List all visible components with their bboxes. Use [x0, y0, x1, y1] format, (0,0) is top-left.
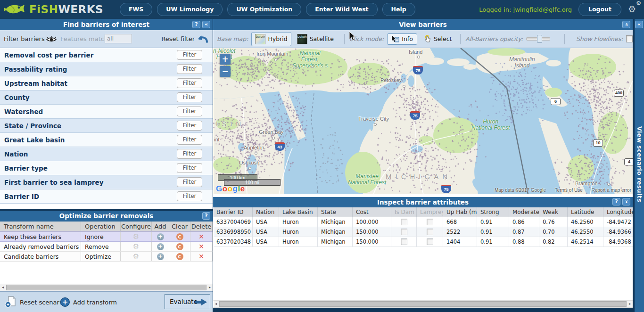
chevron-up-icon: «: [623, 23, 629, 26]
checkbox-is-dam[interactable]: [401, 219, 407, 225]
inspect-column-barrier-id[interactable]: Barrier ID: [213, 207, 253, 217]
features-matched-input[interactable]: [105, 34, 132, 43]
nav-button-uw-limnology[interactable]: UW Limnology: [157, 3, 223, 16]
checkbox-is-dam[interactable]: [401, 238, 407, 245]
nav-button-help[interactable]: Help: [382, 3, 415, 16]
scrollbar-thumb[interactable]: [219, 301, 627, 307]
terms-of-use-link[interactable]: Terms of Use: [555, 188, 583, 193]
click-mode-info-button[interactable]: Info: [387, 33, 417, 45]
add-icon[interactable]: +: [157, 243, 164, 250]
configure-cell: ⚙: [121, 252, 152, 261]
filter-button-upstream-habitat[interactable]: Filter: [177, 78, 202, 88]
add-transform-icon[interactable]: +: [60, 297, 70, 307]
inspect-hscrollbar[interactable]: ◂ ▸: [213, 300, 633, 308]
report-error-link[interactable]: Report a map error: [592, 188, 631, 193]
click-mode-select-button[interactable]: Select: [420, 33, 456, 45]
filter-button-barrier-id[interactable]: Filter: [177, 191, 202, 201]
filter-button-state-province[interactable]: Filter: [177, 121, 202, 131]
evaluate-button[interactable]: Evaluate: [165, 294, 210, 309]
scroll-right-icon[interactable]: ▸: [207, 284, 213, 291]
filter-button-county[interactable]: Filter: [177, 92, 202, 102]
clear-icon[interactable]: C: [176, 233, 183, 240]
inspect-column-cost[interactable]: Cost: [353, 207, 391, 217]
find-collapse-button[interactable]: «: [202, 21, 210, 28]
optimize-hscrollbar[interactable]: ◂ ▸: [0, 284, 213, 291]
checkbox-lamprey[interactable]: [427, 238, 433, 245]
inspect-column-state[interactable]: State: [318, 207, 353, 217]
inspect-column-lamprey[interactable]: Lamprey: [417, 207, 443, 217]
add-transform-button[interactable]: Add transform: [73, 299, 117, 306]
filter-button-great-lake-basin[interactable]: Filter: [177, 135, 202, 145]
inspect-column-up-hab-m[interactable]: Up Hab (m): [443, 207, 477, 217]
eye-icon[interactable]: [46, 36, 57, 43]
opacity-slider[interactable]: [526, 37, 550, 41]
show-flowlines-checkbox[interactable]: [626, 35, 633, 42]
gear-icon[interactable]: ⚙: [133, 233, 139, 240]
filter-button-first-barrier-to-sea-lamprey[interactable]: Filter: [177, 177, 202, 187]
results-collapse-button[interactable]: «: [635, 21, 643, 28]
transform-row-already-removed-barriers[interactable]: Already removed barriersRemove⚙+C✕: [0, 242, 213, 252]
filter-label: Passability rating: [4, 66, 67, 73]
barrier-row-6337020348[interactable]: 6337020348USAHuronMichigan150,00014040.9…: [213, 237, 633, 247]
optimize-table: Transform nameOperationConfigureAddClear…: [0, 222, 213, 262]
view-scenario-results-strip[interactable]: « View scenario results: [635, 19, 644, 312]
optimize-help-button[interactable]: ?: [202, 212, 210, 220]
inspect-column-weak[interactable]: Weak: [539, 207, 568, 217]
map-toolbar: Base map: Duluth Hybrid Duluth Satellite…: [213, 30, 633, 48]
filter-button-removal-cost-per-barrier[interactable]: Filter: [177, 50, 202, 60]
checkbox-is-dam[interactable]: [401, 229, 407, 235]
settings-gear-icon[interactable]: ⚙⚙: [627, 3, 640, 16]
inspect-column-latitude[interactable]: Latitude: [568, 207, 603, 217]
find-help-button[interactable]: ?: [192, 21, 200, 28]
filter-button-watershed[interactable]: Filter: [177, 107, 202, 116]
checkbox-lamprey[interactable]: [427, 219, 433, 225]
basemap-hybrid-button[interactable]: Duluth Hybrid: [251, 32, 291, 46]
inspect-column-nation[interactable]: Nation: [253, 207, 279, 217]
add-icon[interactable]: +: [157, 233, 164, 240]
gear-icon[interactable]: ⚙: [133, 253, 139, 260]
filter-button-passability-rating[interactable]: Filter: [177, 64, 202, 74]
scroll-left-icon[interactable]: ◂: [213, 301, 219, 307]
scroll-left-icon[interactable]: ◂: [0, 284, 6, 291]
map-zoom-in-button[interactable]: +: [220, 54, 231, 65]
reset-scenario-icon[interactable]: [5, 296, 17, 308]
clear-icon[interactable]: C: [176, 253, 183, 260]
logout-button[interactable]: Logout: [578, 3, 621, 16]
filter-row-first-barrier-to-sea-lamprey: First barrier to sea lampreyFilter: [0, 175, 213, 189]
delete-icon[interactable]: ✕: [198, 253, 204, 260]
delete-icon[interactable]: ✕: [198, 243, 204, 250]
nav-button-fws[interactable]: FWS: [120, 3, 152, 16]
inspect-column-strong[interactable]: Strong: [477, 207, 509, 217]
select-label: Select: [434, 35, 452, 42]
view-collapse-up-button[interactable]: «: [622, 21, 630, 28]
reset-filter-label[interactable]: Reset filter: [161, 35, 195, 42]
transform-row-candidate-barriers[interactable]: Candidate barriersOptimize⚙+C✕: [0, 252, 213, 262]
undo-arrow-icon[interactable]: [197, 33, 209, 45]
reset-scenario-button[interactable]: Reset scenario: [20, 299, 65, 306]
inspect-collapse-down-button[interactable]: «: [622, 198, 630, 205]
nav-button-enter-wild-west[interactable]: Enter Wild West: [306, 3, 377, 16]
map-canvas[interactable]: Iron MountainIslandPetoskeyTraverse City…: [213, 48, 633, 194]
filter-button-nation[interactable]: Filter: [177, 149, 202, 159]
delete-icon[interactable]: ✕: [198, 233, 204, 240]
barrier-row-6337004069[interactable]: 6337004069USAHuronMichigan100,0006680.91…: [213, 217, 633, 227]
transform-row-keep-these-barriers[interactable]: Keep these barriersIgnore⚙+C✕: [0, 231, 213, 242]
inspect-column-lake-basin[interactable]: Lake Basin: [279, 207, 318, 217]
scroll-right-icon[interactable]: ▸: [627, 301, 633, 307]
checkbox-lamprey[interactable]: [427, 229, 433, 235]
slider-thumb[interactable]: [537, 35, 542, 43]
barrier-row-6336998950[interactable]: 6336998950USAHuronMichigan150,00025220.9…: [213, 227, 633, 237]
clear-icon[interactable]: C: [176, 243, 183, 250]
scrollbar-thumb[interactable]: [6, 285, 206, 290]
filter-button-barrier-type[interactable]: Filter: [177, 163, 202, 173]
gear-icon[interactable]: ⚙: [133, 243, 139, 250]
basemap-satellite-button[interactable]: Duluth Satellite: [293, 32, 338, 46]
inspect-help-button[interactable]: ?: [612, 198, 620, 205]
map-zoom-out-button[interactable]: −: [220, 66, 231, 77]
nav-button-uw-optimization[interactable]: UW Optimization: [227, 3, 301, 16]
cell-weak: 0.70: [539, 227, 568, 237]
inspect-column-is-dam[interactable]: Is Dam: [391, 207, 417, 217]
add-icon[interactable]: +: [157, 253, 164, 260]
inspect-column-moderate[interactable]: Moderate: [509, 207, 539, 217]
inspect-column-longitude[interactable]: Longitude: [603, 207, 633, 217]
